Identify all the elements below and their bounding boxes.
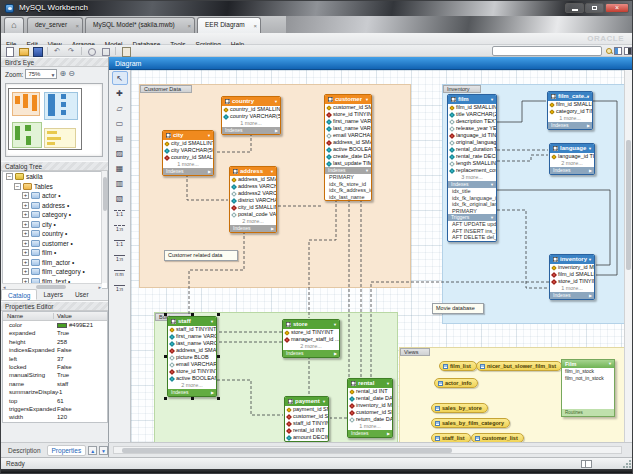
- table-column[interactable]: payment_id SMA...: [285, 406, 328, 413]
- tree-node-table-city[interactable]: +city •: [3, 220, 107, 230]
- table-rental[interactable]: rental▼rental_id INTrental_date DATE...i…: [347, 378, 393, 438]
- property-row-summarizeDisplay[interactable]: summarizeDisplay-1: [3, 388, 107, 396]
- tree-node-table-category[interactable]: +category •: [3, 210, 107, 220]
- more-columns[interactable]: 1 more...: [550, 285, 594, 292]
- dock-up-icon[interactable]: ▲: [88, 446, 97, 455]
- section-indexes-collapsed[interactable]: Indexes▶: [163, 168, 213, 175]
- note-customer-related-data[interactable]: Customer related data: [164, 250, 238, 261]
- section-triggers[interactable]: Triggers▼: [448, 214, 496, 221]
- table-column[interactable]: original_language_i...: [448, 139, 496, 146]
- minimap-viewport[interactable]: [8, 88, 82, 150]
- table-film_cate[interactable]: film_cate...▼film_id SMALLINTcategory_id…: [547, 91, 593, 130]
- more-columns[interactable]: 1 more...: [222, 120, 280, 127]
- table-column[interactable]: picture BLOB: [168, 354, 216, 361]
- section-indexes-collapsed[interactable]: Indexes▶: [348, 430, 392, 437]
- table-column[interactable]: staff_id TINYINT: [285, 420, 328, 427]
- tree-node-table-customer[interactable]: +customer •: [3, 239, 107, 249]
- hand-tool[interactable]: ✚: [112, 86, 128, 100]
- expander-icon[interactable]: +: [22, 240, 29, 247]
- more-columns[interactable]: 2 more...: [168, 382, 216, 389]
- selection-handle[interactable]: [217, 397, 220, 400]
- view-nicer_but_slower_film_list[interactable]: nicer_but_slower_film_list: [476, 361, 562, 371]
- property-row-name[interactable]: namestaff: [3, 380, 107, 388]
- view-sales_by_store[interactable]: sales_by_store: [431, 403, 488, 413]
- birds-eye-minimap[interactable]: [5, 83, 103, 157]
- section-indexes-collapsed[interactable]: Indexes▶: [550, 167, 594, 174]
- tree-node-table-film[interactable]: +film •: [3, 248, 107, 258]
- table-store[interactable]: store▼store_id TINYINTmanager_staff_id .…: [282, 319, 340, 358]
- table-column[interactable]: customer_id SMA...: [285, 413, 328, 420]
- property-row-manualSizing[interactable]: manualSizingTrue: [3, 371, 107, 379]
- routine-item[interactable]: film_not_in_stock: [562, 375, 614, 382]
- table-column[interactable]: inventory_id MEDI...: [348, 402, 392, 409]
- table-column[interactable]: active BOOLEAN: [168, 375, 216, 382]
- layer-tool[interactable]: ▭: [112, 116, 128, 130]
- rel-11-nonidentifying-tool[interactable]: 1:1: [112, 206, 128, 220]
- rel-11-identifying-tool[interactable]: 1:1: [112, 236, 128, 250]
- sidebar-tab-user-types[interactable]: User Types: [69, 289, 108, 300]
- tab-properties[interactable]: Properties: [47, 445, 87, 456]
- table-column[interactable]: last_name VARCH...: [168, 340, 216, 347]
- expander-icon[interactable]: +: [22, 221, 29, 228]
- table-column[interactable]: store_id TINYINT: [325, 111, 371, 118]
- more-columns[interactable]: 1 more...: [548, 115, 592, 122]
- dock-down-icon[interactable]: ▼: [99, 446, 108, 455]
- table-column[interactable]: city_id SMALLINT: [230, 204, 276, 211]
- table-column[interactable]: address_id SMAL...: [168, 347, 216, 354]
- table-city[interactable]: city▼city_id SMALLINTcity VARCHAR(50)cou…: [162, 130, 214, 176]
- close-button[interactable]: ×: [605, 3, 629, 13]
- note-movie-database[interactable]: Movie database: [432, 303, 484, 314]
- table-column[interactable]: postal_code VARCH...: [230, 211, 276, 218]
- property-row-top[interactable]: top61: [3, 397, 107, 405]
- table-column[interactable]: title VARCHAR(255): [448, 111, 496, 118]
- property-row-triggersExpanded[interactable]: triggersExpandedFalse: [3, 405, 107, 413]
- paste-clipboard-icon[interactable]: [119, 46, 131, 56]
- new-document-icon[interactable]: [3, 46, 15, 56]
- resize-grip[interactable]: [622, 459, 631, 468]
- table-column[interactable]: store_id TINYINT: [168, 368, 216, 375]
- table-column[interactable]: film_id SMALLINT: [550, 271, 594, 278]
- expander-icon[interactable]: −: [6, 173, 13, 180]
- view-tool[interactable]: ▥: [112, 176, 128, 190]
- selection-handle[interactable]: [217, 313, 220, 316]
- property-row-width[interactable]: width120: [3, 413, 107, 421]
- table-film[interactable]: film▼film_id SMALLINTtitle VARCHAR(255)d…: [447, 94, 497, 242]
- routine-group-tool[interactable]: ▧: [112, 191, 128, 205]
- table-column[interactable]: rental_date DATE...: [348, 395, 392, 402]
- image-tool[interactable]: ▨: [112, 146, 128, 160]
- table-column[interactable]: store_id TINYINT: [283, 329, 339, 336]
- canvas-vertical-scrollbar[interactable]: [624, 70, 632, 442]
- table-column[interactable]: category_id TINY...: [548, 108, 592, 115]
- tree-node-table-film_actor[interactable]: +film_actor •: [3, 258, 107, 268]
- zoom-select[interactable]: 75%▼: [25, 69, 57, 79]
- section-indexes[interactable]: Indexes▼: [448, 181, 496, 188]
- document-tab-mysql-model-sakila-mwb-[interactable]: MySQL Model* (sakila.mwb)×: [85, 17, 195, 33]
- expander-icon[interactable]: +: [22, 202, 29, 209]
- table-column[interactable]: description TEXT: [448, 118, 496, 125]
- more-columns[interactable]: 1 more...: [348, 423, 392, 430]
- rel-1n-nonidentifying-tool[interactable]: 1:n: [112, 221, 128, 235]
- tree-node-table-country[interactable]: +country •: [3, 229, 107, 239]
- table-tool[interactable]: ▦: [112, 161, 128, 175]
- table-column[interactable]: rental_duration TIN...: [448, 146, 496, 153]
- sidebar-tab-layers[interactable]: Layers: [37, 289, 69, 300]
- toggle-page-icon[interactable]: [99, 46, 111, 56]
- table-staff[interactable]: staff▼staff_id TINYINTfirst_name VARCH..…: [167, 316, 217, 397]
- table-column[interactable]: address_id SMALLINT: [230, 176, 276, 183]
- tree-node-table-actor[interactable]: +actor •: [3, 191, 107, 201]
- toggle-grid-icon[interactable]: [85, 46, 97, 56]
- maximize-button[interactable]: [585, 3, 604, 13]
- eraser-tool[interactable]: ▱: [112, 101, 128, 115]
- routine-group-film[interactable]: Film▼film_in_stockfilm_not_in_stockRouti…: [561, 359, 615, 417]
- table-column[interactable]: replacement_cost D...: [448, 167, 496, 174]
- expander-icon[interactable]: +: [22, 211, 29, 218]
- table-column[interactable]: city_id SMALLINT: [163, 140, 213, 147]
- tab-description[interactable]: Description: [4, 446, 45, 455]
- canvas-horizontal-scrollbar[interactable]: [113, 446, 622, 454]
- table-column[interactable]: address VARCHAR(50): [230, 183, 276, 190]
- property-row-color[interactable]: color#499E21: [3, 321, 107, 329]
- table-column[interactable]: country_id SMALLINT: [222, 106, 280, 113]
- section-indexes-collapsed[interactable]: Indexes▶: [230, 225, 276, 232]
- table-column[interactable]: release_year YEAR: [448, 125, 496, 132]
- table-column[interactable]: film_id SMALLINT: [548, 101, 592, 108]
